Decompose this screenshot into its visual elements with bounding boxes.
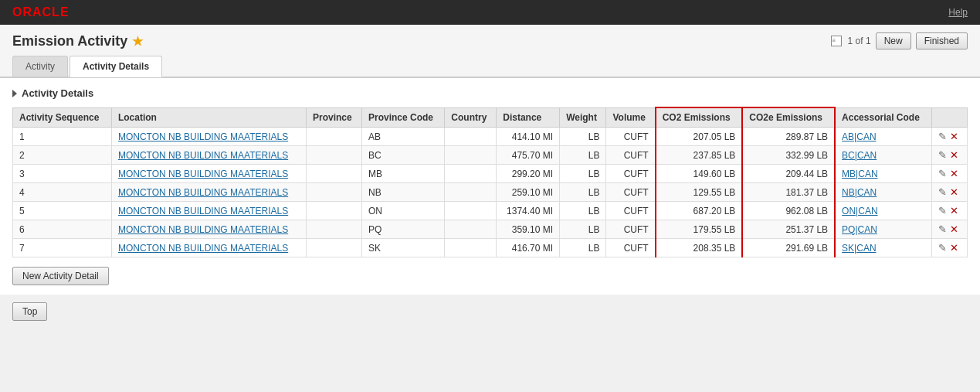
section-title: Activity Details <box>22 87 93 99</box>
delete-icon[interactable]: ✕ <box>950 186 958 198</box>
distance-cell: 359.10 MI <box>497 220 560 239</box>
seq-cell: 1 <box>13 128 112 146</box>
seq-cell: 2 <box>13 146 112 165</box>
volume-cell: CUFT <box>606 165 656 183</box>
delete-icon[interactable]: ✕ <box>950 205 958 216</box>
accessorial-cell[interactable]: ON|CAN <box>835 202 932 220</box>
co2e-cell: 962.08 LB <box>742 202 835 220</box>
province-cell <box>307 165 362 183</box>
main-content: Activity Details Activity Sequence Locat… <box>0 77 980 295</box>
table-row: 7MONCTON NB BUILDING MAATERIALSSK416.70 … <box>13 239 968 257</box>
emission-activity-title: Emission Activity <box>12 33 127 49</box>
co2-cell: 687.20 LB <box>656 202 743 220</box>
top-button[interactable]: Top <box>12 302 47 321</box>
weight-cell: LB <box>560 146 606 165</box>
province-cell <box>307 239 362 257</box>
edit-icon[interactable]: ✎ <box>938 131 947 142</box>
province-code-cell: MB <box>361 165 444 183</box>
distance-cell: 416.70 MI <box>497 239 560 257</box>
top-bar: ORACLE Help <box>0 0 980 25</box>
volume-cell: CUFT <box>606 146 656 165</box>
volume-cell: CUFT <box>606 202 656 220</box>
col-header-accessorial: Accessorial Code <box>835 107 932 128</box>
accessorial-cell[interactable]: BC|CAN <box>835 146 932 165</box>
delete-icon[interactable]: ✕ <box>950 149 958 161</box>
location-cell[interactable]: MONCTON NB BUILDING MAATERIALS <box>111 128 306 146</box>
tab-activity-details[interactable]: Activity Details <box>70 56 162 77</box>
weight-cell: LB <box>560 165 606 183</box>
weight-cell: LB <box>560 239 606 257</box>
distance-cell: 1374.40 MI <box>497 202 560 220</box>
table-row: 4MONCTON NB BUILDING MAATERIALSNB259.10 … <box>13 183 968 202</box>
location-cell[interactable]: MONCTON NB BUILDING MAATERIALS <box>111 202 306 220</box>
accessorial-cell[interactable]: PQ|CAN <box>835 220 932 239</box>
action-cell: ✎ ✕ <box>932 146 968 165</box>
tabs-container: Activity Activity Details <box>12 56 968 77</box>
delete-icon[interactable]: ✕ <box>950 168 958 179</box>
edit-icon[interactable]: ✎ <box>938 242 947 254</box>
edit-icon[interactable]: ✎ <box>938 186 947 198</box>
province-code-cell: ON <box>361 202 444 220</box>
col-header-co2: CO2 Emissions <box>656 107 743 128</box>
bottom-area: Top <box>0 295 980 329</box>
seq-cell: 7 <box>13 239 112 257</box>
province-code-cell: SK <box>361 239 444 257</box>
action-cell: ✎ ✕ <box>932 202 968 220</box>
col-header-location: Location <box>111 107 306 128</box>
edit-icon[interactable]: ✎ <box>938 168 947 179</box>
collapse-icon[interactable] <box>12 90 17 97</box>
accessorial-cell[interactable]: NB|CAN <box>835 183 932 202</box>
col-header-province: Province <box>307 107 362 128</box>
province-cell <box>307 183 362 202</box>
tab-activity[interactable]: Activity <box>12 56 68 77</box>
province-cell <box>307 220 362 239</box>
finished-button[interactable]: Finished <box>916 32 968 49</box>
country-cell <box>445 220 497 239</box>
col-header-activity-seq: Activity Sequence <box>13 107 112 128</box>
delete-icon[interactable]: ✕ <box>950 131 958 142</box>
delete-icon[interactable]: ✕ <box>950 223 958 235</box>
accessorial-cell[interactable]: AB|CAN <box>835 128 932 146</box>
co2-cell: 179.55 LB <box>656 220 743 239</box>
location-cell[interactable]: MONCTON NB BUILDING MAATERIALS <box>111 183 306 202</box>
location-cell[interactable]: MONCTON NB BUILDING MAATERIALS <box>111 239 306 257</box>
new-button[interactable]: New <box>876 32 911 49</box>
co2e-cell: 291.69 LB <box>742 239 835 257</box>
edit-icon[interactable]: ✎ <box>938 223 947 235</box>
co2e-cell: 209.44 LB <box>742 165 835 183</box>
delete-icon[interactable]: ✕ <box>950 242 958 254</box>
header-area: Emission Activity ★ 1 of 1 New Finished … <box>0 25 980 77</box>
edit-icon[interactable]: ✎ <box>938 205 947 216</box>
location-cell[interactable]: MONCTON NB BUILDING MAATERIALS <box>111 165 306 183</box>
table-row: 6MONCTON NB BUILDING MAATERIALSPQ359.10 … <box>13 220 968 239</box>
location-cell[interactable]: MONCTON NB BUILDING MAATERIALS <box>111 220 306 239</box>
favorite-star-icon[interactable]: ★ <box>132 34 143 49</box>
help-link[interactable]: Help <box>948 7 968 18</box>
table-header-row: Activity Sequence Location Province Prov… <box>13 107 968 128</box>
action-cell: ✎ ✕ <box>932 165 968 183</box>
accessorial-cell[interactable]: MB|CAN <box>835 165 932 183</box>
seq-cell: 5 <box>13 202 112 220</box>
distance-cell: 259.10 MI <box>497 183 560 202</box>
edit-icon[interactable]: ✎ <box>938 149 947 161</box>
seq-cell: 3 <box>13 165 112 183</box>
accessorial-cell[interactable]: SK|CAN <box>835 239 932 257</box>
col-header-province-code: Province Code <box>361 107 444 128</box>
co2-cell: 207.05 LB <box>656 128 743 146</box>
distance-cell: 299.20 MI <box>497 165 560 183</box>
col-header-volume: Volume <box>606 107 656 128</box>
province-cell <box>307 202 362 220</box>
province-code-cell: AB <box>361 128 444 146</box>
co2e-cell: 251.37 LB <box>742 220 835 239</box>
weight-cell: LB <box>560 220 606 239</box>
action-cell: ✎ ✕ <box>932 128 968 146</box>
col-header-actions <box>932 107 968 128</box>
location-cell[interactable]: MONCTON NB BUILDING MAATERIALS <box>111 146 306 165</box>
country-cell <box>445 146 497 165</box>
co2e-cell: 181.37 LB <box>742 183 835 202</box>
new-activity-detail-button[interactable]: New Activity Detail <box>12 267 109 285</box>
country-cell <box>445 165 497 183</box>
toolbar-right: 1 of 1 New Finished <box>831 32 968 49</box>
distance-cell: 475.70 MI <box>497 146 560 165</box>
country-cell <box>445 202 497 220</box>
